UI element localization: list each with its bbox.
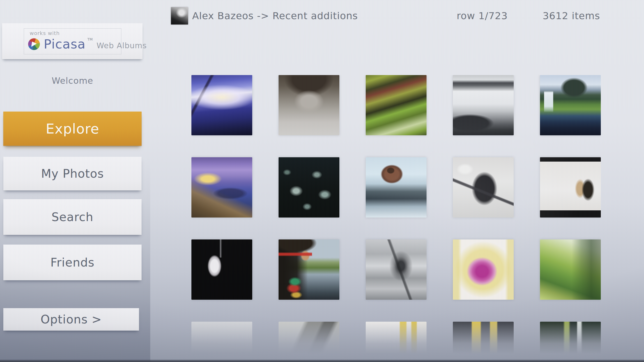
photo-thumbnail-bw-film-couple[interactable]	[540, 157, 601, 218]
sidebar-item-options[interactable]: Options >	[3, 308, 139, 331]
trademark-label: TM	[87, 37, 93, 41]
works-with-label: works with	[30, 30, 60, 36]
sidebar-item-my-photos[interactable]: My Photos	[3, 157, 142, 190]
photo-thumbnail-partial-2[interactable]	[279, 322, 339, 362]
photo-grid	[191, 75, 601, 362]
picasa-logo: Picasa TM Web Albums	[28, 37, 147, 51]
photo-thumbnail-snail-shell[interactable]	[366, 157, 427, 218]
row-indicator: row 1/723	[457, 10, 508, 21]
sidebar-item-search[interactable]: Search	[3, 199, 142, 235]
breadcrumb: Alex Bazeos -> Recent additions	[192, 10, 358, 21]
photo-thumbnail-white-moth[interactable]	[191, 239, 252, 300]
photo-thumbnail-partial-1[interactable]	[191, 322, 252, 362]
photo-thumbnail-mountain-waterfall[interactable]	[540, 75, 601, 135]
photo-thumbnail-owl-in-flight[interactable]	[279, 75, 339, 135]
photo-thumbnail-tribal-portrait[interactable]	[279, 239, 339, 300]
photo-thumbnail-sunlit-forest[interactable]	[540, 239, 601, 300]
screen-bottom-edge	[0, 360, 644, 362]
picasa-brand-label: Picasa	[44, 37, 86, 52]
items-count: 3612 items	[543, 10, 600, 21]
photo-thumbnail-hanging-chimp[interactable]	[453, 157, 514, 218]
photo-thumbnail-rolling-hills[interactable]	[366, 75, 427, 135]
web-albums-label: Web Albums	[97, 39, 147, 50]
photo-thumbnail-partial-5[interactable]	[540, 322, 601, 362]
photo-thumbnail-dark-succulents[interactable]	[279, 157, 339, 218]
photo-thumbnail-bw-seascape[interactable]	[453, 75, 514, 135]
user-avatar	[171, 7, 188, 25]
picasa-logo-card: works with Picasa TM Web Albums	[2, 23, 143, 59]
photo-thumbnail-pink-dahlia[interactable]	[453, 239, 514, 300]
sidebar-item-friends[interactable]: Friends	[3, 245, 142, 280]
photo-thumbnail-twilight-lake-branch[interactable]	[191, 75, 252, 135]
picasa-logo-frame: works with Picasa TM Web Albums	[24, 28, 121, 54]
photo-thumbnail-bw-storm-tree[interactable]	[366, 239, 427, 300]
photo-thumbnail-partial-3[interactable]	[366, 322, 427, 362]
picasa-pinwheel-icon	[28, 38, 40, 50]
sidebar-item-explore[interactable]: Explore	[3, 112, 142, 146]
welcome-label: Welcome	[3, 76, 142, 86]
photo-thumbnail-purple-sunset-coast[interactable]	[191, 157, 252, 218]
picasa-tv-app: Alex Bazeos -> Recent additions row 1/72…	[0, 0, 644, 362]
photo-thumbnail-partial-4[interactable]	[453, 322, 514, 362]
